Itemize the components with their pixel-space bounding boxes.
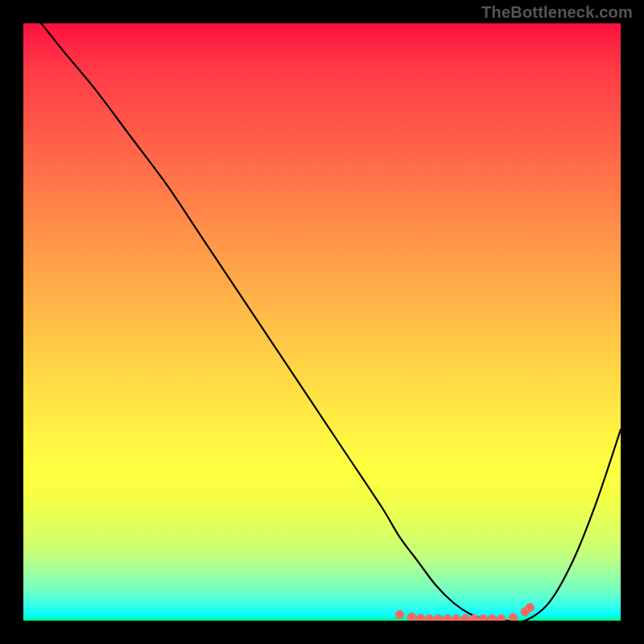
optimal-marker xyxy=(497,615,505,621)
optimal-marker xyxy=(444,615,452,621)
chart-frame: { "watermark": "TheBottleneck.com", "col… xyxy=(0,0,644,644)
optimal-marker xyxy=(434,615,442,621)
optimal-marker xyxy=(395,610,403,618)
optimal-marker xyxy=(425,615,433,621)
optimal-marker xyxy=(470,615,478,621)
bottleneck-curve-line xyxy=(41,23,621,621)
plot-area xyxy=(23,23,621,621)
optimal-marker xyxy=(452,615,460,621)
optimal-marker xyxy=(416,614,424,621)
chart-svg xyxy=(23,23,621,621)
optimal-marker xyxy=(479,615,487,621)
optimal-marker xyxy=(526,603,534,611)
optimal-marker xyxy=(407,613,415,621)
watermark-text: TheBottleneck.com xyxy=(481,3,633,22)
optimal-marker xyxy=(461,615,469,621)
optimal-marker xyxy=(509,613,517,621)
optimal-marker xyxy=(488,615,496,621)
